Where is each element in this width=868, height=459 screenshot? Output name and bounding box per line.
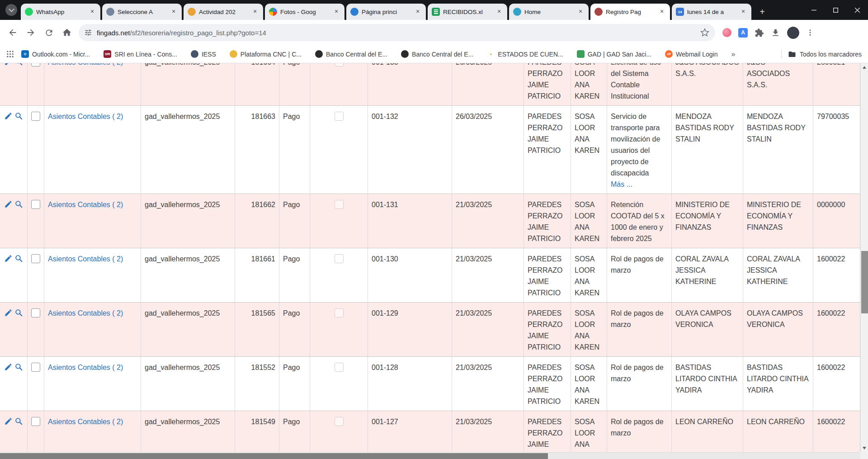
bookmarks-overflow-icon[interactable]: » — [731, 50, 735, 58]
vertical-scrollbar[interactable] — [860, 63, 868, 452]
extensions-puzzle-icon[interactable] — [755, 28, 764, 38]
translate-extension-icon[interactable]: A — [738, 28, 748, 38]
home-icon[interactable] — [58, 24, 76, 42]
tab-search-button[interactable] — [5, 4, 17, 16]
edit-icon[interactable] — [4, 363, 13, 407]
row-select-checkbox[interactable] — [31, 63, 40, 66]
tab[interactable]: Seleccione A× — [102, 4, 182, 20]
bookmark-item[interactable]: ★ESTADOS DE CUEN... — [487, 50, 563, 58]
tab[interactable]: Actividad 202× — [184, 4, 263, 20]
bookmark-item[interactable]: Banco Central del E... — [315, 50, 387, 58]
id-cell: 181664 — [235, 63, 279, 105]
favicon-glyph: ★ — [490, 52, 492, 56]
mas-link[interactable]: Más ... — [611, 179, 668, 190]
tab[interactable]: 14lunes 14 de a× — [672, 4, 751, 20]
empresa-cell: gad_vallehermos_2025 — [141, 357, 235, 411]
bookmark-item[interactable]: cPWebmail Login — [665, 50, 717, 58]
asientos-contables-link[interactable]: Asientos Contables ( 2) — [48, 255, 123, 263]
tab[interactable]: Página princi× — [346, 4, 426, 20]
tab-close-icon[interactable]: × — [495, 8, 503, 16]
asientos-contables-link[interactable]: Asientos Contables ( 2) — [48, 113, 123, 120]
row-select-checkbox[interactable] — [31, 254, 40, 263]
site-settings-icon[interactable] — [84, 28, 92, 37]
minimize-icon[interactable] — [803, 0, 825, 20]
row-flag-checkbox[interactable] — [335, 308, 344, 317]
row-select-checkbox[interactable] — [31, 200, 40, 209]
edit-icon[interactable] — [4, 63, 13, 102]
bookmark-item[interactable]: SRISRI en Línea - Cons... — [104, 50, 177, 58]
asientos-contables-link[interactable]: Asientos Contables ( 2) — [48, 201, 123, 208]
tab-close-icon[interactable]: × — [170, 8, 178, 16]
row-flag-checkbox[interactable] — [335, 417, 344, 426]
tab-close-icon[interactable]: × — [739, 8, 747, 16]
scrollbar-corner — [860, 452, 868, 459]
close-icon[interactable] — [846, 0, 868, 20]
tab-close-icon[interactable]: × — [414, 8, 422, 16]
tab[interactable]: Home× — [509, 4, 589, 20]
asientos-contables-link[interactable]: Asientos Contables ( 2) — [48, 364, 123, 371]
view-icon[interactable] — [14, 308, 23, 353]
bookmark-item[interactable]: Plataforma CNC | C... — [230, 50, 302, 58]
row-flag-checkbox[interactable] — [335, 112, 344, 121]
forward-icon[interactable] — [22, 24, 40, 42]
new-tab-button[interactable]: + — [756, 5, 769, 18]
row-select-checkbox[interactable] — [31, 417, 40, 426]
reload-icon[interactable] — [40, 24, 58, 42]
bookmark-star-icon[interactable] — [698, 28, 712, 37]
tab-close-icon[interactable]: × — [332, 8, 340, 16]
bookmark-item[interactable]: Banco Central del E... — [401, 50, 473, 58]
bookmark-item[interactable]: IESS — [191, 50, 216, 58]
tab[interactable]: Fotos - Goog× — [265, 4, 344, 20]
view-icon[interactable] — [14, 363, 23, 407]
view-icon[interactable] — [14, 63, 23, 102]
vertical-scrollbar-thumb[interactable] — [861, 251, 868, 313]
row-flag-checkbox[interactable] — [335, 200, 344, 209]
extension-pink-icon[interactable] — [722, 28, 731, 37]
view-icon[interactable] — [14, 112, 23, 190]
row-select-cell — [28, 106, 44, 194]
tab[interactable]: RECIBIDOS.xl× — [428, 4, 507, 20]
descripcion-text: Licencia de uso del Sistema Contable Ins… — [611, 63, 661, 100]
flag-cell — [310, 106, 368, 194]
edit-icon[interactable] — [4, 308, 13, 353]
row-flag-checkbox[interactable] — [335, 254, 344, 263]
profile-avatar[interactable] — [787, 27, 799, 39]
row-select-checkbox[interactable] — [31, 308, 40, 317]
asientos-contables-link[interactable]: Asientos Contables ( 2) — [48, 418, 123, 426]
maximize-icon[interactable] — [825, 0, 846, 20]
tab-close-icon[interactable]: × — [251, 8, 259, 16]
back-icon[interactable] — [4, 24, 22, 42]
asientos-contables-link[interactable]: Asientos Contables ( 2) — [48, 309, 123, 317]
edit-icon[interactable] — [4, 254, 13, 298]
view-icon[interactable] — [14, 417, 23, 452]
edit-icon[interactable] — [4, 200, 13, 244]
tab-label: WhatsApp — [36, 9, 85, 15]
tab-close-icon[interactable]: × — [576, 8, 585, 16]
downloads-icon[interactable] — [771, 28, 780, 38]
url-text: fingads.net/sf2/tesoreria/registro_pago_… — [97, 29, 698, 37]
row-select-checkbox[interactable] — [31, 363, 40, 372]
tab[interactable]: WhatsApp× — [21, 4, 100, 20]
row-flag-checkbox[interactable] — [335, 63, 344, 66]
edit-icon[interactable] — [4, 417, 13, 452]
tab-close-icon[interactable]: × — [658, 8, 666, 16]
address-bar[interactable]: fingads.net/sf2/tesoreria/registro_pago_… — [79, 24, 715, 41]
horizontal-scrollbar-thumb[interactable] — [0, 453, 548, 459]
tab-close-icon[interactable]: × — [88, 8, 96, 16]
bookmark-item[interactable]: OOutlook.com - Micr... — [21, 50, 90, 58]
tab[interactable]: Registro Pag× — [590, 4, 670, 20]
row-flag-checkbox[interactable] — [335, 363, 344, 372]
view-icon[interactable] — [14, 254, 23, 298]
horizontal-scrollbar[interactable] — [0, 452, 860, 459]
all-bookmarks-button[interactable]: Todos los marcadores — [788, 50, 862, 58]
menu-kebab-icon[interactable] — [806, 28, 814, 37]
aprobado-cell: SOSA LOOR ANA KAREN — [571, 411, 607, 452]
edit-icon[interactable] — [4, 112, 13, 190]
apps-grid-icon[interactable] — [6, 50, 14, 58]
view-icon[interactable] — [14, 200, 23, 244]
scroll-up-icon[interactable] — [861, 64, 868, 71]
asientos-contables-link[interactable]: Asientos Contables ( 2) — [48, 63, 123, 66]
scroll-down-icon[interactable] — [861, 445, 868, 452]
row-select-checkbox[interactable] — [31, 112, 40, 121]
bookmark-item[interactable]: GAD | GAD San Jaci... — [577, 50, 651, 58]
